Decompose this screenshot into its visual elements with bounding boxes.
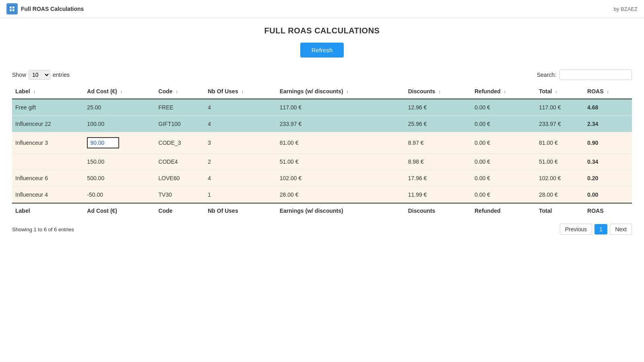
footer-col-discounts: Discounts xyxy=(405,203,471,218)
col-header-nb-uses[interactable]: Nb Of Uses ↕ xyxy=(204,84,277,99)
cell-nb_of_uses: 2 xyxy=(204,154,277,170)
cell-discounts: 8.97 € xyxy=(405,132,471,154)
cell-ad_cost: -50.00 xyxy=(84,187,155,204)
sort-icon-ad-cost: ↕ xyxy=(120,89,123,94)
show-entries-control: Show 10 25 50 100 entries xyxy=(12,70,70,80)
roas-table: Label ↕ Ad Cost (€) ↕ Code ↕ Nb Of Uses … xyxy=(12,84,632,218)
sort-icon-discounts: ↕ xyxy=(438,89,441,94)
cell-ad_cost: 25.00 xyxy=(84,99,155,116)
sort-icon-roas: ↕ xyxy=(607,89,609,94)
footer-col-earnings: Earnings (w/ discounts) xyxy=(277,203,405,218)
next-button[interactable]: Next xyxy=(610,224,632,235)
cell-nb_of_uses: 4 xyxy=(204,116,277,132)
cell-discounts: 17.96 € xyxy=(405,170,471,187)
footer-col-ad-cost: Ad Cost (€) xyxy=(84,203,155,218)
roas-value: 0.20 xyxy=(587,175,598,181)
footer-col-roas: ROAS xyxy=(584,203,632,218)
col-header-refunded[interactable]: Refunded ↕ xyxy=(471,84,536,99)
cell-earnings: 102.00 € xyxy=(277,170,405,187)
roas-value: 2.34 xyxy=(587,121,598,127)
cell-code: CODE4 xyxy=(155,154,205,170)
footer-col-refunded: Refunded xyxy=(471,203,536,218)
cell-code: LOVE60 xyxy=(155,170,205,187)
cell-total: 51.00 € xyxy=(536,154,584,170)
col-header-ad-cost[interactable]: Ad Cost (€) ↕ xyxy=(84,84,155,99)
cell-earnings: 51.00 € xyxy=(277,154,405,170)
sort-icon-code: ↕ xyxy=(175,89,178,94)
show-label: Show xyxy=(12,72,26,78)
cell-total: 233.97 € xyxy=(536,116,584,132)
cell-earnings: 117.00 € xyxy=(277,99,405,116)
header-by: by BZAEZ xyxy=(614,6,638,12)
showing-info: Showing 1 to 6 of 6 entries xyxy=(12,226,74,232)
cell-refunded: 0.00 € xyxy=(471,154,536,170)
cell-label: Free gift xyxy=(12,99,84,116)
table-header-row: Label ↕ Ad Cost (€) ↕ Code ↕ Nb Of Uses … xyxy=(12,84,632,99)
table-footer-row: Label Ad Cost (€) Code Nb Of Uses Earnin… xyxy=(12,203,632,218)
cell-ad_cost[interactable]: 90.00 xyxy=(84,132,155,154)
sort-icon-nb-uses: ↕ xyxy=(242,89,244,94)
cell-roas: 4.68 xyxy=(584,99,632,116)
cell-total: 117.00 € xyxy=(536,99,584,116)
cell-discounts: 8.98 € xyxy=(405,154,471,170)
footer-col-label: Label xyxy=(12,203,84,218)
search-label: Search: xyxy=(537,72,556,78)
col-header-roas[interactable]: ROAS ↕ xyxy=(584,84,632,99)
cell-earnings: 81.00 € xyxy=(277,132,405,154)
app-header: Full ROAS Calculations by BZAEZ xyxy=(0,0,644,18)
search-input[interactable] xyxy=(559,70,632,80)
col-header-code[interactable]: Code ↕ xyxy=(155,84,205,99)
table-row: 150.00CODE4251.00 €8.98 €0.00 €51.00 €0.… xyxy=(12,154,632,170)
cell-label xyxy=(12,154,84,170)
editable-ad-cost[interactable]: 90.00 xyxy=(87,137,119,148)
table-footer: Showing 1 to 6 of 6 entries Previous 1 N… xyxy=(12,224,632,235)
cell-code: GIFT100 xyxy=(155,116,205,132)
footer-col-nb-uses: Nb Of Uses xyxy=(204,203,277,218)
entries-label: entries xyxy=(53,72,70,78)
roas-value: 0.34 xyxy=(587,158,598,165)
cell-code: CODE_3 xyxy=(155,132,205,154)
refresh-button[interactable]: Refresh xyxy=(300,43,344,58)
cell-roas: 0.34 xyxy=(584,154,632,170)
svg-rect-1 xyxy=(10,6,12,8)
svg-rect-2 xyxy=(12,6,14,8)
page-number-button[interactable]: 1 xyxy=(594,224,607,234)
col-header-discounts[interactable]: Discounts ↕ xyxy=(405,84,471,99)
cell-refunded: 0.00 € xyxy=(471,132,536,154)
col-header-total[interactable]: Total ↕ xyxy=(536,84,584,99)
cell-discounts: 12.96 € xyxy=(405,99,471,116)
table-row: Influenceur 6500.00LOVE604102.00 €17.96 … xyxy=(12,170,632,187)
cell-code: TV30 xyxy=(155,187,205,204)
cell-roas: 2.34 xyxy=(584,116,632,132)
cell-nb_of_uses: 1 xyxy=(204,187,277,204)
sort-icon-earnings: ↕ xyxy=(347,89,349,94)
cell-ad_cost: 100.00 xyxy=(84,116,155,132)
cell-total: 102.00 € xyxy=(536,170,584,187)
cell-nb_of_uses: 4 xyxy=(204,99,277,116)
page-title: FULL ROAS CALCULATIONS xyxy=(12,26,632,35)
cell-label: Influenceur 3 xyxy=(12,132,84,154)
cell-ad_cost: 150.00 xyxy=(84,154,155,170)
col-header-earnings[interactable]: Earnings (w/ discounts) ↕ xyxy=(277,84,405,99)
roas-value: 4.68 xyxy=(587,104,598,111)
footer-col-code: Code xyxy=(155,203,205,218)
cell-label: Influenceur 6 xyxy=(12,170,84,187)
cell-roas: 0.90 xyxy=(584,132,632,154)
table-row: Influenceur 390.00CODE_3381.00 €8.97 €0.… xyxy=(12,132,632,154)
cell-discounts: 25.96 € xyxy=(405,116,471,132)
cell-code: FREE xyxy=(155,99,205,116)
cell-roas: 0.20 xyxy=(584,170,632,187)
entries-select[interactable]: 10 25 50 100 xyxy=(29,70,50,80)
table-row: Influenceur 22100.00GIFT1004233.97 €25.9… xyxy=(12,116,632,132)
header-left: Full ROAS Calculations xyxy=(6,3,84,14)
previous-button[interactable]: Previous xyxy=(560,224,592,235)
cell-total: 28.00 € xyxy=(536,187,584,204)
cell-nb_of_uses: 3 xyxy=(204,132,277,154)
col-header-label[interactable]: Label ↕ xyxy=(12,84,84,99)
app-icon xyxy=(6,3,18,14)
cell-refunded: 0.00 € xyxy=(471,99,536,116)
cell-nb_of_uses: 4 xyxy=(204,170,277,187)
cell-roas: 0.00 xyxy=(584,187,632,204)
sort-icon-total: ↕ xyxy=(555,89,557,94)
sort-icon-refunded: ↕ xyxy=(504,89,506,94)
